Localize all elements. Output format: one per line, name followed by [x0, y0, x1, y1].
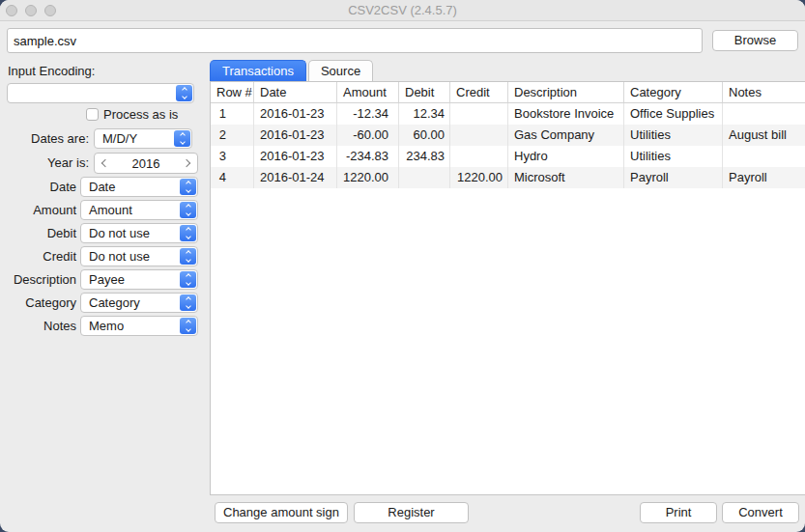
field-label: Notes — [0, 319, 76, 333]
column-header[interactable]: Category — [624, 82, 723, 102]
chevron-updown-icon — [174, 130, 190, 147]
field-label: Category — [0, 295, 76, 310]
table-row[interactable]: 12016-01-23-12.3412.34Bookstore InvoiceO… — [211, 103, 805, 125]
table-cell: Payroll — [723, 167, 805, 188]
field-label: Amount — [0, 203, 76, 217]
field-popup[interactable]: Amount — [80, 200, 198, 220]
table-cell: Utilities — [624, 125, 723, 146]
chevron-updown-icon — [180, 248, 196, 265]
tab-source[interactable]: Source — [308, 60, 373, 81]
chevron-updown-icon — [180, 202, 196, 218]
increment-year-icon[interactable] — [183, 159, 190, 167]
dates-format-popup[interactable]: M/D/Y — [94, 128, 192, 149]
chevron-updown-icon — [180, 318, 196, 334]
field-popup[interactable]: Memo — [80, 316, 198, 336]
popup-value: Do not use — [89, 224, 150, 242]
table-cell: 1 — [211, 103, 254, 125]
table-cell: 2016-01-23 — [254, 146, 337, 167]
field-row: CategoryCategory — [0, 293, 198, 313]
field-label: Date — [0, 180, 76, 194]
transactions-table: Row #DateAmountDebitCreditDescriptionCat… — [210, 81, 805, 495]
change-amount-sign-button[interactable]: Change amount sign — [215, 502, 348, 523]
convert-button[interactable]: Convert — [722, 502, 799, 523]
register-button[interactable]: Register — [354, 502, 469, 523]
tab-transactions[interactable]: Transactions — [210, 60, 306, 81]
field-row: CreditDo not use — [0, 246, 198, 266]
input-encoding-label: Input Encoding: — [8, 64, 95, 78]
table-cell — [723, 146, 805, 167]
field-popup[interactable]: Do not use — [80, 246, 198, 266]
table-cell: 2016-01-24 — [254, 167, 337, 188]
field-popup[interactable]: Date — [80, 177, 198, 197]
print-button[interactable]: Print — [640, 502, 717, 523]
popup-value: Amount — [89, 201, 132, 219]
table-cell: 60.00 — [399, 125, 450, 146]
popup-value: Date — [89, 178, 115, 196]
column-header[interactable]: Row # — [211, 82, 254, 102]
chevron-updown-icon — [180, 225, 196, 241]
table-header: Row #DateAmountDebitCreditDescriptionCat… — [211, 82, 805, 103]
table-cell: 2016-01-23 — [254, 125, 337, 146]
table-cell: 1220.00 — [337, 167, 399, 188]
table-cell: -12.34 — [337, 103, 399, 125]
chevron-updown-icon — [180, 179, 196, 195]
title-bar[interactable]: CSV2CSV (2.4.5.7) — [0, 0, 805, 21]
table-cell: 234.83 — [399, 146, 450, 167]
field-label: Debit — [0, 226, 76, 240]
field-popup[interactable]: Category — [80, 293, 198, 313]
table-cell: 4 — [211, 167, 254, 188]
field-row: DebitDo not use — [0, 223, 198, 243]
year-is-label: Year is: — [0, 155, 89, 170]
year-value: 2016 — [108, 156, 184, 171]
column-header[interactable]: Notes — [723, 82, 805, 102]
popup-value: M/D/Y — [102, 129, 137, 148]
input-encoding-popup[interactable] — [7, 83, 194, 103]
field-row: DateDate — [0, 177, 198, 197]
process-as-is-label: Process as is — [103, 107, 178, 122]
chevron-updown-icon — [176, 85, 192, 101]
field-row: NotesMemo — [0, 316, 198, 336]
table-cell: 12.34 — [399, 103, 450, 125]
table-cell: Bookstore Invoice — [508, 103, 624, 125]
table-row[interactable]: 22016-01-23-60.0060.00Gas CompanyUtiliti… — [211, 125, 805, 146]
table-cell: 1220.00 — [450, 167, 508, 188]
field-popup[interactable]: Payee — [80, 269, 198, 290]
tab-bar: TransactionsSource — [210, 60, 373, 81]
field-label: Description — [0, 272, 76, 287]
table-cell: Hydro — [508, 146, 624, 167]
field-label: Credit — [0, 249, 76, 264]
popup-value: Payee — [89, 270, 125, 289]
table-cell: -60.00 — [337, 125, 399, 146]
file-path-input[interactable] — [7, 28, 703, 53]
column-header[interactable]: Description — [508, 82, 624, 102]
table-row[interactable]: 42016-01-241220.001220.00MicrosoftPayrol… — [211, 167, 805, 188]
chevron-updown-icon — [180, 294, 196, 311]
dates-are-label: Dates are: — [0, 131, 89, 146]
table-cell — [450, 125, 508, 146]
popup-value: Do not use — [89, 247, 150, 266]
table-cell — [723, 103, 805, 125]
column-header[interactable]: Debit — [399, 82, 450, 102]
table-cell: Payroll — [624, 167, 723, 188]
column-header[interactable]: Credit — [450, 82, 508, 102]
window-title: CSV2CSV (2.4.5.7) — [0, 3, 805, 17]
table-cell: 2 — [211, 125, 254, 146]
field-row: AmountAmount — [0, 200, 198, 220]
table-cell — [450, 103, 508, 125]
browse-button[interactable]: Browse — [712, 30, 798, 51]
field-list: DateDateAmountAmountDebitDo not useCredi… — [0, 177, 198, 339]
field-popup[interactable]: Do not use — [80, 223, 198, 243]
column-header[interactable]: Amount — [337, 82, 399, 102]
table-row[interactable]: 32016-01-23-234.83234.83HydroUtilities — [211, 146, 805, 167]
year-stepper[interactable]: 2016 — [94, 153, 198, 174]
popup-value: Category — [89, 294, 140, 312]
table-cell — [450, 146, 508, 167]
field-row: DescriptionPayee — [0, 269, 198, 290]
table-cell: -234.83 — [337, 146, 399, 167]
process-as-is-checkbox[interactable] — [86, 108, 99, 121]
table-cell: Gas Company — [508, 125, 624, 146]
column-header[interactable]: Date — [254, 82, 337, 102]
table-cell: August bill — [723, 125, 805, 146]
table-cell: 2016-01-23 — [254, 103, 337, 125]
popup-value: Memo — [89, 317, 124, 335]
